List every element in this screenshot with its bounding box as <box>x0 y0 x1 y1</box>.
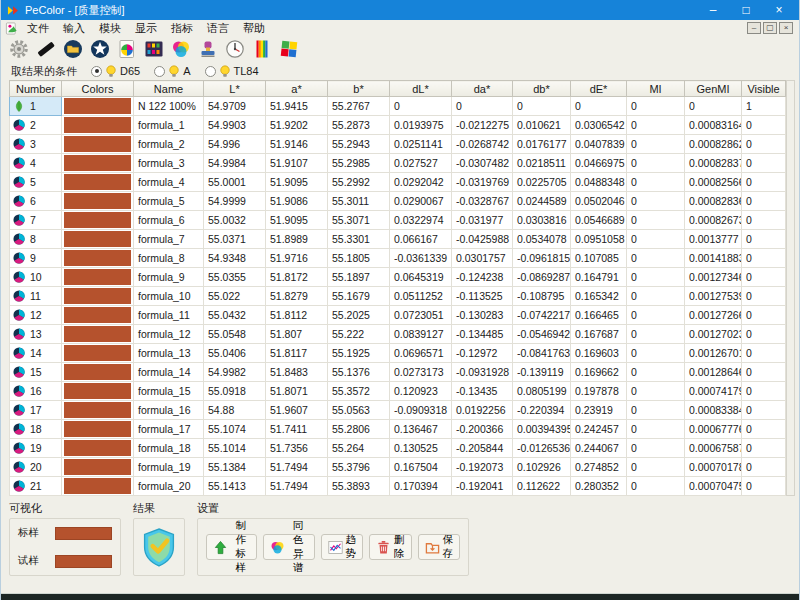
cell-a[interactable]: 51.9146 <box>266 135 328 154</box>
cell-b[interactable]: 55.1376 <box>328 363 390 382</box>
cell-visible[interactable]: 0 <box>742 477 786 496</box>
cell-da[interactable]: -0.0319769 <box>452 173 513 192</box>
cell-dl[interactable]: 0.167504 <box>390 458 452 477</box>
cell-name[interactable]: formula_2 <box>134 135 204 154</box>
cell-genmi[interactable]: 0 <box>685 97 742 116</box>
cell-da[interactable]: -0.192041 <box>452 477 513 496</box>
cell-l[interactable]: 55.1413 <box>204 477 266 496</box>
cell-mi[interactable]: 0 <box>627 173 685 192</box>
cell-b[interactable]: 55.1805 <box>328 249 390 268</box>
cell-db[interactable]: 0.112622 <box>513 477 571 496</box>
cell-mi[interactable]: 0 <box>627 211 685 230</box>
cell-b[interactable]: 55.264 <box>328 439 390 458</box>
table-row[interactable]: 1N 122 100%54.970951.941555.27670000001 <box>10 97 786 116</box>
cell-a[interactable]: 51.8989 <box>266 230 328 249</box>
cell-b[interactable]: 55.2873 <box>328 116 390 135</box>
cell-dl[interactable]: 0.0645319 <box>390 268 452 287</box>
row-number-cell[interactable]: 1 <box>10 97 62 116</box>
cell-l[interactable]: 54.88 <box>204 401 266 420</box>
color-swatch-cell[interactable] <box>62 439 134 458</box>
row-number-cell[interactable]: 15 <box>10 363 62 382</box>
cell-name[interactable]: formula_9 <box>134 268 204 287</box>
menu-item-0[interactable]: 文件 <box>20 20 56 36</box>
cell-dl[interactable]: 0.0273173 <box>390 363 452 382</box>
cell-a[interactable]: 51.7494 <box>266 458 328 477</box>
cell-genmi[interactable]: 0.000675874 <box>685 439 742 458</box>
column-header-da[interactable]: da* <box>452 81 513 97</box>
column-header-b[interactable]: b* <box>328 81 390 97</box>
cell-name[interactable]: formula_10 <box>134 287 204 306</box>
cell-de[interactable]: 0.0951058 <box>571 230 627 249</box>
cell-visible[interactable]: 0 <box>742 420 786 439</box>
cell-name[interactable]: formula_5 <box>134 192 204 211</box>
row-number-cell[interactable]: 16 <box>10 382 62 401</box>
table-row[interactable]: 15formula_1454.998251.848355.13760.02731… <box>10 363 786 382</box>
cell-dl[interactable]: -0.0909318 <box>390 401 452 420</box>
cell-visible[interactable]: 0 <box>742 363 786 382</box>
cell-visible[interactable]: 0 <box>742 154 786 173</box>
cell-name[interactable]: formula_11 <box>134 306 204 325</box>
cell-db[interactable]: -0.139119 <box>513 363 571 382</box>
cell-db[interactable]: -0.0126536 <box>513 439 571 458</box>
color-swatch-cell[interactable] <box>62 363 134 382</box>
row-number-cell[interactable]: 5 <box>10 173 62 192</box>
cell-de[interactable]: 0.242457 <box>571 420 627 439</box>
cell-db[interactable]: 0 <box>513 97 571 116</box>
cell-de[interactable]: 0 <box>571 97 627 116</box>
menu-item-4[interactable]: 指标 <box>164 20 200 36</box>
cell-de[interactable]: 0.0407839 <box>571 135 627 154</box>
cell-de[interactable]: 0.0546689 <box>571 211 627 230</box>
cell-de[interactable]: 0.280352 <box>571 477 627 496</box>
row-number-cell[interactable]: 10 <box>10 268 62 287</box>
cell-mi[interactable]: 0 <box>627 344 685 363</box>
cell-a[interactable]: 51.9086 <box>266 192 328 211</box>
cell-visible[interactable]: 0 <box>742 344 786 363</box>
vertical-scrollbar[interactable] <box>786 80 795 496</box>
table-row[interactable]: 12formula_1155.043251.811255.20250.07230… <box>10 306 786 325</box>
cell-genmi[interactable]: 0.00126701 <box>685 344 742 363</box>
cell-visible[interactable]: 0 <box>742 135 786 154</box>
cell-genmi[interactable]: 0.000833843 <box>685 401 742 420</box>
cell-name[interactable]: formula_4 <box>134 173 204 192</box>
cell-db[interactable]: 0.0218511 <box>513 154 571 173</box>
cell-b[interactable]: 55.2806 <box>328 420 390 439</box>
toolbar-folder-button[interactable] <box>63 39 83 59</box>
toolbar-rainbow-bars-button[interactable] <box>252 39 272 59</box>
metamerism-button[interactable]: 同色异谱 <box>263 534 314 560</box>
cell-db[interactable]: 0.0176177 <box>513 135 571 154</box>
cell-a[interactable]: 51.7356 <box>266 439 328 458</box>
color-swatch-cell[interactable] <box>62 97 134 116</box>
cell-b[interactable]: 55.3011 <box>328 192 390 211</box>
cell-da[interactable]: 0.0301757 <box>452 249 513 268</box>
column-header-visible[interactable]: Visible <box>742 81 786 97</box>
cell-visible[interactable]: 0 <box>742 230 786 249</box>
cell-da[interactable]: -0.113525 <box>452 287 513 306</box>
cell-mi[interactable]: 0 <box>627 249 685 268</box>
cell-da[interactable]: 0 <box>452 97 513 116</box>
cell-db[interactable]: -0.0546942 <box>513 325 571 344</box>
toolbar-aperture-button[interactable] <box>90 39 110 59</box>
cell-visible[interactable]: 0 <box>742 382 786 401</box>
cell-b[interactable]: 55.2992 <box>328 173 390 192</box>
trend-button[interactable]: 趋势 <box>321 534 364 560</box>
cell-dl[interactable]: 0.130525 <box>390 439 452 458</box>
column-header-a[interactable]: a* <box>266 81 328 97</box>
cell-de[interactable]: 0.166465 <box>571 306 627 325</box>
color-swatch-cell[interactable] <box>62 382 134 401</box>
cell-da[interactable]: -0.0268742 <box>452 135 513 154</box>
table-row[interactable]: 11formula_1055.02251.827955.16790.051125… <box>10 287 786 306</box>
cell-genmi[interactable]: 0.000741795 <box>685 382 742 401</box>
cell-name[interactable]: formula_17 <box>134 420 204 439</box>
cell-b[interactable]: 55.3572 <box>328 382 390 401</box>
row-number-cell[interactable]: 19 <box>10 439 62 458</box>
cell-visible[interactable]: 0 <box>742 401 786 420</box>
cell-de[interactable]: 0.0488348 <box>571 173 627 192</box>
table-row[interactable]: 8formula_755.037151.898955.33010.066167-… <box>10 230 786 249</box>
color-swatch-cell[interactable] <box>62 325 134 344</box>
table-row[interactable]: 7formula_655.003251.909555.30710.0322974… <box>10 211 786 230</box>
cell-de[interactable]: 0.169662 <box>571 363 627 382</box>
cell-de[interactable]: 0.165342 <box>571 287 627 306</box>
cell-b[interactable]: 55.0563 <box>328 401 390 420</box>
make-standard-button[interactable]: 制作标样 <box>206 534 257 560</box>
toolbar-eraser-button[interactable] <box>36 39 56 59</box>
